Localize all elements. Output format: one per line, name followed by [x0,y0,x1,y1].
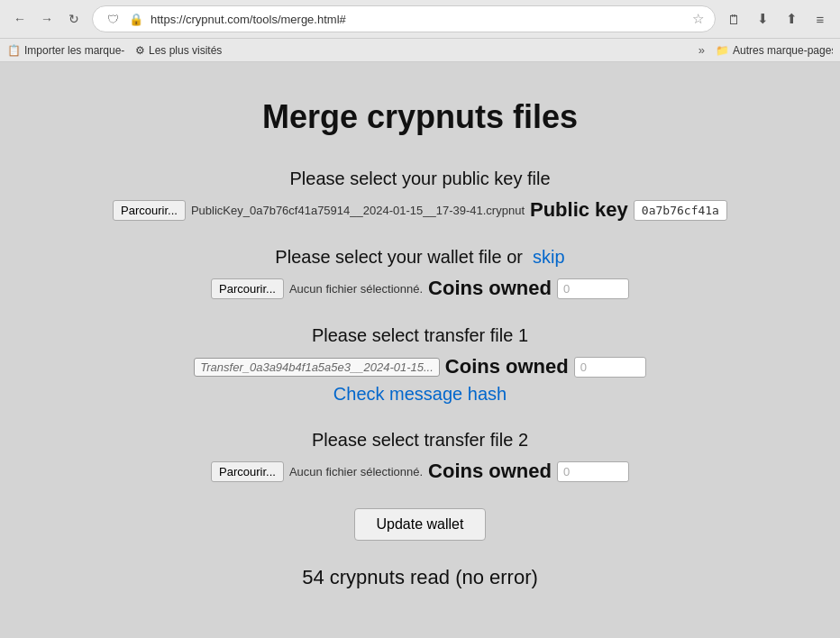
skip-link[interactable]: skip [533,247,565,267]
coins-owned-label-2: Coins owned [445,355,569,378]
section-transfer2: Please select transfer file 2 Parcourir.… [82,430,758,483]
address-bar[interactable]: 🛡 🔒 https://crypnut.com/tools/merge.html… [92,5,716,32]
back-button[interactable]: ← [7,6,32,32]
bookmarks-bar: 📋 Importer les marque-p... ⚙ Les plus vi… [0,38,840,61]
browse-wallet-button[interactable]: Parcourir... [211,278,284,299]
security-icon: 🛡 [104,10,122,28]
toolbar-actions: 🗒 ⬇ ⬆ ≡ [721,6,833,32]
section1-row: Parcourir... PublicKey_0a7b76cf41a75914_… [113,198,727,222]
section4-label: Please select transfer file 2 [312,430,528,451]
public-key-value: 0a7b76cf41a [634,200,727,221]
coins-owned-label-1: Coins owned [428,277,552,300]
browser-chrome: ← → ↻ 🛡 🔒 https://crypnut.com/tools/merg… [0,0,840,62]
bookmarks-more: » 📁 Autres marque-pages [695,41,833,59]
status-text: 54 crypnuts read (no error) [302,566,538,589]
browser-toolbar: ← → ↻ 🛡 🔒 https://crypnut.com/tools/merg… [0,0,840,38]
check-message-hash-link[interactable]: Check message hash [333,384,507,405]
forward-button[interactable]: → [34,6,59,32]
bookmark-import-label: Importer les marque-p... [24,44,124,57]
bookmark-import[interactable]: 📋 Importer les marque-p... [7,44,124,57]
section1-label: Please select your public key file [289,169,550,189]
bookmark-visited[interactable]: ⚙ Les plus visités [135,44,222,57]
browse-public-key-button[interactable]: Parcourir... [113,200,186,221]
nav-buttons: ← → ↻ [7,6,87,32]
star-icon[interactable]: ☆ [692,11,704,27]
pocket-button[interactable]: 🗒 [721,6,746,32]
folder-icon: 📁 [716,44,729,57]
reload-button[interactable]: ↻ [61,6,87,32]
transfer1-filename: Transfer_0a3a94b4f1a5a5e3__2024-01-15... [194,358,440,377]
section-wallet: Please select your wallet file or skip P… [82,247,758,300]
lock-icon: 🔒 [127,10,145,28]
public-key-label: Public key [530,198,628,222]
other-bookmarks-label: Autres marque-pages [733,44,833,57]
section2-row: Parcourir... Aucun fichier sélectionné. … [211,277,629,300]
section4-row: Parcourir... Aucun fichier sélectionné. … [211,460,629,483]
coins-owned-label-3: Coins owned [428,460,552,483]
section3-label: Please select transfer file 1 [312,325,528,346]
section-public-key: Please select your public key file Parco… [82,169,758,222]
more-bookmarks-button[interactable]: » [695,41,708,59]
bookmark-visited-icon: ⚙ [135,44,145,57]
section3-check-row: Check message hash [333,384,507,405]
bookmark-import-icon: 📋 [7,44,21,57]
share-button[interactable]: ⬆ [779,6,804,32]
coins-input-2[interactable] [574,357,646,378]
browse-transfer2-button[interactable]: Parcourir... [211,461,284,482]
section-transfer1: Please select transfer file 1 Transfer_0… [82,325,758,405]
download-button[interactable]: ⬇ [750,6,775,32]
page-content: Merge crypnuts files Please select your … [0,62,840,625]
section3-row: Transfer_0a3a94b4f1a5a5e3__2024-01-15...… [194,355,645,378]
coins-input-3[interactable] [557,461,629,482]
update-wallet-button[interactable]: Update wallet [354,508,487,541]
menu-button[interactable]: ≡ [808,6,833,32]
bookmark-visited-label: Les plus visités [149,44,222,57]
page-title: Merge crypnuts files [262,98,578,136]
public-key-filename: PublicKey_0a7b76cf41a75914__2024-01-15__… [191,204,525,217]
other-bookmarks[interactable]: 📁 Autres marque-pages [716,44,833,57]
section2-label: Please select your wallet file or skip [275,247,564,268]
transfer2-filename: Aucun fichier sélectionné. [289,465,423,478]
url-text: https://crypnut.com/tools/merge.html# [151,13,687,26]
coins-input-1[interactable] [557,278,629,299]
section2-label-prefix: Please select your wallet file or [275,247,523,267]
wallet-filename: Aucun fichier sélectionné. [289,282,423,296]
